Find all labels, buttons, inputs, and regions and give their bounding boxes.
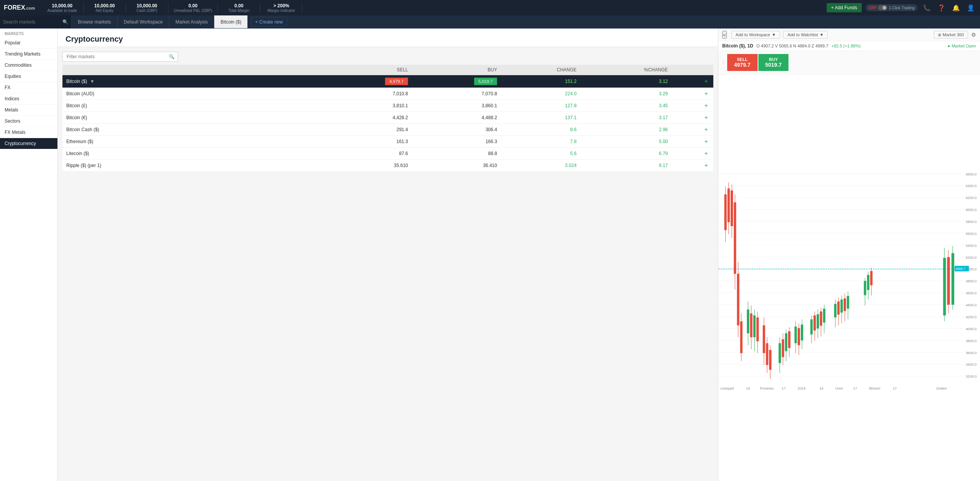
pchange-value: 3.45 (580, 100, 672, 112)
market-name-cell[interactable]: Bitcoin (AUD) (62, 88, 323, 100)
svg-text:16: 16 (746, 386, 750, 390)
sidebar-item-indices[interactable]: Indices (0, 93, 57, 105)
sell-price: 3,810.1 (323, 100, 412, 112)
market-name-cell[interactable]: Bitcoin (£) (62, 100, 323, 112)
svg-rect-84 (817, 314, 819, 329)
add-market-button[interactable]: + (703, 114, 709, 121)
buy-price: 88.8 (412, 148, 501, 160)
chart-sell-button[interactable]: SELL 4979.7 (727, 54, 758, 71)
add-funds-button[interactable]: + Add Funds (827, 3, 862, 12)
market360-grid-icon: ⊞ (938, 33, 941, 37)
svg-text:5600.0: 5600.0 (966, 232, 977, 236)
dropdown-arrow[interactable]: ▼ (90, 79, 94, 84)
add-market-button[interactable]: + (703, 126, 709, 133)
sidebar-item-metals[interactable]: Metals (0, 105, 57, 116)
svg-rect-108 (947, 257, 950, 305)
market-name-cell[interactable]: Bitcoin Cash ($) (62, 124, 323, 136)
cash-value: 10,000.00 (137, 3, 157, 8)
market-name-cell[interactable]: Bitcoin (€) (62, 112, 323, 124)
sidebar-item-commodities[interactable]: Commodities (0, 60, 57, 71)
table-row[interactable]: Ripple ($) (per 1) 35.610 36.410 3.024 9… (62, 160, 713, 172)
candlestick-chart: .grid-line { stroke: #e8e8e8; stroke-wid… (718, 74, 980, 481)
table-row[interactable]: Litecoin ($) 87.6 88.8 5.6 6.79 + (62, 148, 713, 160)
tab-create-new[interactable]: + Create new (251, 17, 287, 27)
sidebar: MARKETS Popular Trending Markets Commodi… (0, 29, 58, 481)
market-tbody: Bitcoin ($) ▼ 4,979.7 5,019.7 151.2 3.12… (62, 75, 713, 172)
add-market-button[interactable]: + (703, 90, 709, 97)
search-input[interactable] (3, 19, 61, 25)
stat-total-margin: 0.00 Total Margin (218, 3, 260, 13)
add-to-watchlist-button[interactable]: Add to Watchlist ▼ (783, 31, 828, 39)
sidebar-item-sectors[interactable]: Sectors (0, 116, 57, 127)
add-to-workspace-button[interactable]: Add to Workspace ▼ (731, 31, 780, 39)
pchange-value: 5.00 (580, 136, 672, 148)
change-value: 151.2 (501, 75, 580, 88)
add-cell: + (672, 136, 713, 148)
tab-bitcoin[interactable]: Bitcoin ($) (214, 15, 248, 28)
pchange-value: 3.29 (580, 88, 672, 100)
sidebar-item-popular[interactable]: Popular (0, 37, 57, 49)
buy-button[interactable]: 5,019.7 (474, 78, 497, 85)
chart-settings-icon[interactable]: ⚙ (971, 32, 976, 38)
sidebar-item-fx-metals[interactable]: FX Metals (0, 127, 57, 138)
col-action (672, 65, 713, 75)
user-icon[interactable]: 👤 (965, 4, 976, 12)
sidebar-item-equities[interactable]: Equities (0, 71, 57, 82)
sidebar-item-fx[interactable]: FX (0, 82, 57, 93)
svg-rect-106 (943, 258, 946, 316)
margin-indicator-label: Margin Indicator (267, 8, 295, 13)
add-market-button[interactable]: + (703, 162, 709, 169)
tab-default-workspace[interactable]: Default Workspace (118, 15, 169, 28)
sell-button[interactable]: 4,979.7 (385, 78, 408, 85)
market-name-cell[interactable]: Ethereum ($) (62, 136, 323, 148)
add-market-button[interactable]: + (703, 102, 709, 109)
help-icon[interactable]: ❓ (936, 4, 947, 12)
table-row[interactable]: Bitcoin ($) ▼ 4,979.7 5,019.7 151.2 3.12… (62, 75, 713, 88)
table-row[interactable]: Bitcoin Cash ($) 291.4 306.4 8.6 2.96 + (62, 124, 713, 136)
svg-text:6200.0: 6200.0 (966, 196, 977, 200)
chart-symbol: Bitcoin ($), 1D (722, 43, 753, 49)
sidebar-item-trending[interactable]: Trending Markets (0, 49, 57, 60)
toggle-circle[interactable] (878, 5, 887, 10)
add-cell: + (672, 112, 713, 124)
tab-browse-markets[interactable]: Browse markets (72, 15, 118, 28)
buy-price: 166.3 (412, 136, 501, 148)
table-row[interactable]: Bitcoin (€) 4,428.2 4,488.2 137.1 3.17 + (62, 112, 713, 124)
svg-text:17: 17 (893, 386, 897, 390)
col-pchange: %CHANGE (580, 65, 672, 75)
svg-text:4200.0: 4200.0 (966, 315, 977, 319)
market-name: Ethereum ($) (66, 139, 93, 144)
chart-sell-price: 4979.7 (734, 62, 751, 68)
tab-market-analysis[interactable]: Market Analysis (169, 15, 214, 28)
table-row[interactable]: Ethereum ($) 161.3 166.3 7.8 5.00 + (62, 136, 713, 148)
svg-rect-98 (847, 296, 849, 309)
chart-buy-button[interactable]: BUY 5019.7 (758, 54, 789, 71)
market360-button[interactable]: ⊞ Market 360 (934, 31, 968, 39)
add-market-button[interactable]: + (703, 150, 709, 157)
svg-text:4000.0: 4000.0 (966, 327, 977, 331)
market-name-cell[interactable]: Bitcoin ($) ▼ (62, 75, 323, 88)
chart-collapse-button[interactable]: « (722, 31, 727, 39)
change-value: 3.024 (501, 160, 580, 172)
pchange-value: 3.12 (580, 75, 672, 88)
svg-rect-42 (728, 189, 730, 222)
svg-rect-70 (785, 333, 787, 351)
buy-price: 7,070.8 (412, 88, 501, 100)
table-row[interactable]: Bitcoin (£) 3,810.1 3,860.1 127.8 3.45 + (62, 100, 713, 112)
phone-icon[interactable]: 📞 (921, 4, 932, 12)
add-market-button[interactable]: + (703, 78, 709, 85)
filter-input[interactable] (62, 52, 178, 62)
sidebar-item-cryptocurrency[interactable]: Cryptocurrency (0, 138, 57, 149)
one-click-trading-toggle[interactable]: OFF 1-Click Trading (866, 4, 918, 11)
svg-rect-50 (740, 321, 743, 353)
add-market-button[interactable]: + (703, 138, 709, 145)
page-title: Cryptocurrency (58, 29, 718, 47)
notification-icon[interactable]: 🔔 (951, 4, 962, 12)
market-name-cell[interactable]: Ripple ($) (per 1) (62, 160, 323, 172)
add-cell: + (672, 100, 713, 112)
market-name: Bitcoin (£) (66, 103, 87, 108)
market-name-cell[interactable]: Litecoin ($) (62, 148, 323, 160)
trade-drag-handle: :: (722, 60, 725, 65)
table-row[interactable]: Bitcoin (AUD) 7,010.8 7,070.8 224.0 3.29… (62, 88, 713, 100)
svg-text:3200.0: 3200.0 (966, 375, 977, 378)
